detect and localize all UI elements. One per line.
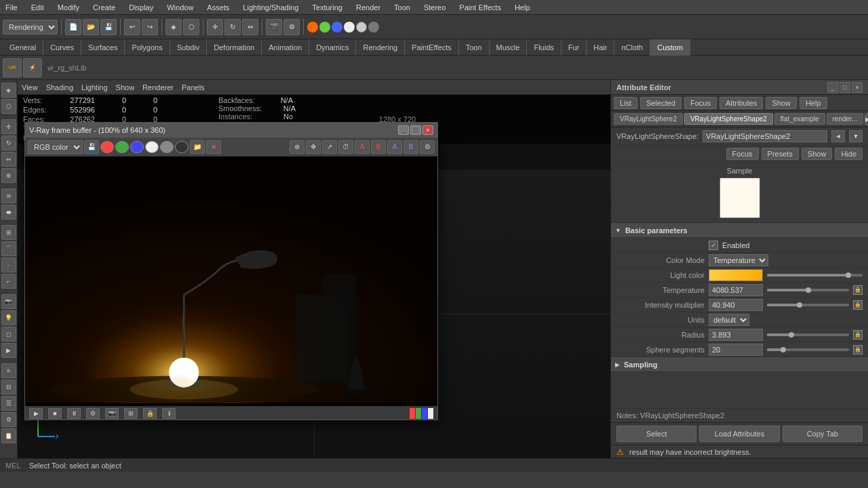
radius-input[interactable] xyxy=(709,329,763,341)
shape-name-input[interactable] xyxy=(703,130,827,142)
vray-hand-btn[interactable]: ✥ xyxy=(306,140,321,154)
universal-manip-btn[interactable]: ⊕ xyxy=(1,168,16,183)
vp-menu-view[interactable]: View xyxy=(22,83,38,92)
vray-b1-btn[interactable]: B xyxy=(371,140,386,154)
color-blue[interactable] xyxy=(332,22,342,33)
shelf-icon-2[interactable]: ⚡ xyxy=(23,58,42,77)
menu-item-render[interactable]: Render xyxy=(353,2,383,13)
vray-status-grid[interactable]: ⊞ xyxy=(124,408,138,419)
menu-item-window[interactable]: Window xyxy=(164,2,196,13)
node-tab-4[interactable]: render... xyxy=(827,113,864,125)
node-tab-2[interactable]: VRayLightSphereShape2 xyxy=(684,113,773,125)
color-mode-dropdown[interactable]: Temperature xyxy=(709,254,768,266)
sphere-segments-lock[interactable]: 🔒 xyxy=(853,345,863,354)
menu-item-lighting[interactable]: Lighting/Shading xyxy=(240,2,301,13)
vray-color-white[interactable] xyxy=(145,141,159,153)
vray-status-lock[interactable]: 🔒 xyxy=(143,408,157,419)
vray-status-stop[interactable]: ■ xyxy=(48,408,62,419)
vray-status-settings[interactable]: ⚙ xyxy=(86,408,100,419)
light-color-slider[interactable] xyxy=(767,274,863,277)
vray-status-pause[interactable]: ⏸ xyxy=(67,408,81,419)
vp-menu-show[interactable]: Show xyxy=(116,83,135,92)
temperature-lock[interactable]: 🔒 xyxy=(853,285,863,295)
render-settings-btn[interactable]: ⚙ xyxy=(283,19,300,35)
attr-nav-list[interactable]: List xyxy=(614,97,637,109)
menu-item-stereo[interactable]: Stereo xyxy=(421,2,448,13)
vray-color-dark[interactable] xyxy=(175,141,189,153)
shelf-tab-anim[interactable]: Animation xyxy=(262,39,309,56)
vray-color-gray[interactable] xyxy=(160,141,174,153)
shelf-tab-hair[interactable]: Hair xyxy=(587,39,614,56)
radius-slider[interactable] xyxy=(767,333,849,336)
shelf-tab-dynamics[interactable]: Dynamics xyxy=(309,39,356,56)
shelf-tab-subdiv[interactable]: Subdiv xyxy=(170,39,208,56)
save-scene-btn[interactable]: 💾 xyxy=(100,19,117,35)
vray-settings-btn[interactable]: ⚙ xyxy=(420,140,435,154)
vray-color-blue[interactable] xyxy=(130,141,144,153)
vray-delete-btn[interactable]: ✕ xyxy=(206,140,221,154)
vray-b2-btn[interactable]: B xyxy=(403,140,418,154)
shelf-tab-general[interactable]: General xyxy=(3,39,43,56)
attr-nav-selected[interactable]: Selected xyxy=(640,97,682,109)
attr-focus-btn[interactable]: Focus xyxy=(726,148,759,160)
color-green[interactable] xyxy=(319,22,330,33)
menu-item-help[interactable]: Help xyxy=(512,2,533,13)
vp-menu-lighting[interactable]: Lighting xyxy=(81,83,108,92)
vray-color-red[interactable] xyxy=(100,141,114,153)
attr-nav-attributes[interactable]: Attributes xyxy=(719,97,763,109)
attr-editor-btn[interactable]: 📋 xyxy=(1,428,16,443)
geo-btn[interactable]: ◻ xyxy=(1,327,16,342)
sample-swatch[interactable] xyxy=(719,178,760,218)
color-red[interactable] xyxy=(307,22,318,33)
shelf-tab-surfaces[interactable]: Surfaces xyxy=(81,39,125,56)
node-tab-more[interactable]: ▶ xyxy=(865,113,868,125)
open-scene-btn[interactable]: 📂 xyxy=(83,19,99,35)
radius-lock[interactable]: 🔒 xyxy=(853,330,863,340)
render-btn2[interactable]: ▶ xyxy=(1,343,16,358)
attr-nav-show[interactable]: Show xyxy=(766,97,797,109)
enabled-checkbox[interactable]: ✓ xyxy=(709,241,718,250)
rotate-btn[interactable]: ↻ xyxy=(224,19,241,35)
node-tab-3[interactable]: flat_example xyxy=(774,113,825,125)
units-dropdown[interactable]: default xyxy=(709,314,749,326)
attr-hide-btn[interactable]: Hide xyxy=(835,148,863,160)
vp-menu-panels[interactable]: Panels xyxy=(182,83,205,92)
shelf-tab-polygons[interactable]: Polygons xyxy=(125,39,170,56)
render-btn[interactable]: 🎬 xyxy=(266,19,282,35)
vray-zoom-btn[interactable]: ⊕ xyxy=(290,140,304,154)
menu-item-toon[interactable]: Toon xyxy=(391,2,413,13)
attr-header-minimize[interactable]: _ xyxy=(827,82,838,93)
mode-dropdown[interactable]: Rendering xyxy=(3,20,58,35)
attr-nav-focus[interactable]: Focus xyxy=(684,97,717,109)
shelf-tab-toon[interactable]: Toon xyxy=(459,39,490,56)
vray-a2-btn[interactable]: A xyxy=(387,140,402,154)
node-tab-1[interactable]: VRayLightSphere2 xyxy=(614,113,683,125)
color-light[interactable] xyxy=(356,22,367,33)
attr-spread-btn[interactable]: ≡ xyxy=(1,363,16,378)
redo-btn[interactable]: ↪ xyxy=(142,19,158,35)
undo-btn[interactable]: ↩ xyxy=(124,19,140,35)
copy-tab-btn[interactable]: Copy Tab xyxy=(783,426,863,442)
menu-item-texturing[interactable]: Texturing xyxy=(309,2,345,13)
scale-tool-btn[interactable]: ⇔ xyxy=(1,152,16,167)
snap-surface-btn[interactable]: ⌐ xyxy=(1,274,16,289)
intensity-slider[interactable] xyxy=(767,304,849,306)
snap-point-btn[interactable]: · xyxy=(1,258,16,272)
snap-curve-btn[interactable]: ⌒ xyxy=(1,241,16,256)
shelf-icon-vrg[interactable]: VR xyxy=(3,58,22,77)
attr-scroll[interactable]: ▼ Basic parameters ✓ Enabled Color Mode … xyxy=(611,223,868,408)
soft-mod-btn[interactable]: ≋ xyxy=(1,188,16,203)
camera-btn[interactable]: 📷 xyxy=(1,294,16,309)
vray-a1-btn[interactable]: A xyxy=(355,140,370,154)
menu-item-modify[interactable]: Modify xyxy=(55,2,82,13)
menu-item-file[interactable]: File xyxy=(3,2,20,13)
shape-side-arrow[interactable]: ◄ xyxy=(831,130,845,142)
intensity-input[interactable] xyxy=(709,299,763,311)
attr-show-btn[interactable]: Show xyxy=(802,148,833,160)
vray-color-green[interactable] xyxy=(115,141,129,153)
light-btn[interactable]: 💡 xyxy=(1,310,16,325)
shelf-tab-ncloth[interactable]: nCloth xyxy=(614,39,650,56)
load-attributes-btn[interactable]: Load Attributes xyxy=(699,426,779,442)
scale-btn[interactable]: ⇔ xyxy=(242,19,258,35)
menu-item-assets[interactable]: Assets xyxy=(204,2,232,13)
